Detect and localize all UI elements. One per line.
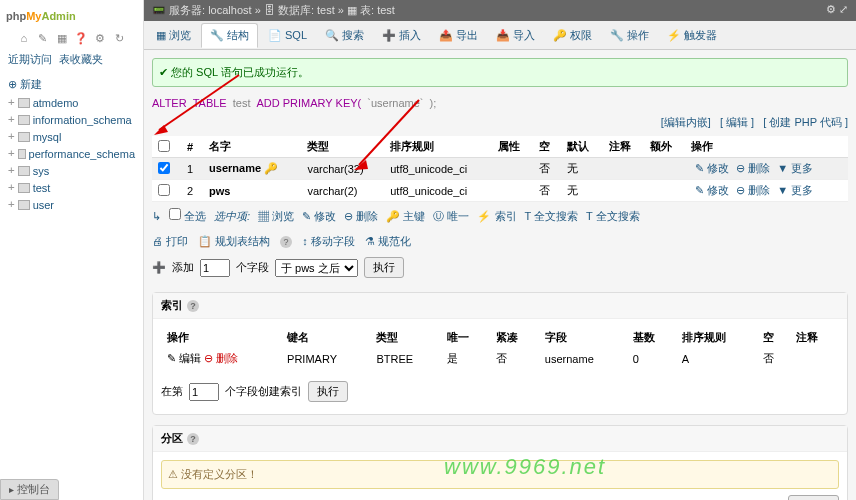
print-link[interactable]: 🖨 打印: [152, 234, 188, 249]
row-checkbox[interactable]: [158, 162, 170, 174]
logout-icon[interactable]: ✎: [36, 32, 50, 46]
tab-search[interactable]: 🔍 搜索: [317, 23, 372, 47]
tabs: ▦ 浏览 🔧 结构 📄 SQL 🔍 搜索 ➕ 插入 📤 导出 📥 导入 🔑 权限…: [144, 21, 856, 50]
col-comment: 注释: [603, 136, 644, 158]
add-count-input[interactable]: [200, 259, 230, 277]
drop-col[interactable]: ⊖ 删除: [736, 162, 770, 174]
edit-col[interactable]: ✎ 修改: [695, 184, 729, 196]
expand-icon[interactable]: +: [8, 130, 15, 143]
bulk-browse[interactable]: ▦ 浏览: [258, 209, 294, 224]
help-icon[interactable]: ?: [187, 433, 199, 445]
breadcrumb: 📟 服务器: localhost » 🗄 数据库: test » ▦ 表: te…: [144, 0, 856, 21]
sql-preview: ALTER TABLE test ADD PRIMARY KEY( `usern…: [152, 93, 848, 113]
partition-button[interactable]: 分区表: [788, 495, 839, 500]
sql-links: [编辑内嵌] [ 编辑 ] [ 创建 PHP 代码 ]: [152, 113, 848, 132]
tab-triggers[interactable]: ⚡ 触发器: [659, 23, 725, 47]
expand-icon[interactable]: +: [8, 198, 15, 211]
db-item[interactable]: +atmdemo: [4, 94, 139, 111]
col-type: 类型: [301, 136, 384, 158]
db-icon: [18, 200, 30, 210]
create-php-link[interactable]: [ 创建 PHP 代码 ]: [763, 116, 848, 128]
idx-go-button[interactable]: 执行: [308, 381, 348, 402]
tab-import[interactable]: 📥 导入: [488, 23, 543, 47]
recent-link[interactable]: 近期访问: [8, 53, 52, 65]
index-table: 操作 键名 类型 唯一 紧凑 字段 基数 排序规则 空 注释 ✎ 编辑 ⊖ 删除…: [161, 327, 839, 369]
checkall[interactable]: 全选: [169, 208, 206, 224]
fullscreen-icon[interactable]: ⤢: [839, 3, 848, 15]
expand-icon[interactable]: +: [8, 181, 15, 194]
tab-structure[interactable]: 🔧 结构: [201, 23, 258, 48]
expand-icon[interactable]: +: [8, 96, 15, 109]
db-icon: [18, 115, 30, 125]
bc-table[interactable]: ▦ 表: test: [347, 4, 395, 16]
help-icon[interactable]: ?: [280, 236, 292, 248]
expand-icon[interactable]: +: [8, 147, 15, 160]
console-toggle[interactable]: ▸ 控制台: [0, 479, 59, 500]
reload-icon[interactable]: ↻: [112, 32, 126, 46]
more-col[interactable]: ▼ 更多: [777, 162, 813, 174]
db-item[interactable]: +performance_schema: [4, 145, 139, 162]
db-item[interactable]: +test: [4, 179, 139, 196]
idx-drop[interactable]: ⊖ 删除: [204, 352, 238, 364]
propose-link[interactable]: 📋 规划表结构: [198, 234, 270, 249]
row-checkbox[interactable]: [158, 184, 170, 196]
table-row: 1 username 🔑 varchar(32) utf8_unicode_ci…: [152, 158, 848, 180]
home-icon[interactable]: ⌂: [17, 32, 31, 46]
db-item[interactable]: +mysql: [4, 128, 139, 145]
expand-icon[interactable]: +: [8, 164, 15, 177]
table-row: 2 pws varchar(2) utf8_unicode_ci 否 无 ✎ 修…: [152, 180, 848, 202]
favorites-link[interactable]: 表收藏夹: [59, 53, 103, 65]
bulk-actions: ↳ 全选 选中项: ▦ 浏览 ✎ 修改 ⊖ 删除 🔑 主键 Ⓤ 唯一 ⚡ 索引 …: [152, 202, 848, 230]
tab-browse[interactable]: ▦ 浏览: [148, 23, 199, 47]
add-where-select[interactable]: 于 pws 之后: [275, 259, 358, 277]
bulk-fulltext[interactable]: T 全文搜索: [525, 209, 579, 224]
watermark: www.9969.net: [444, 454, 606, 480]
add-go-button[interactable]: 执行: [364, 257, 404, 278]
edit-col[interactable]: ✎ 修改: [695, 162, 729, 174]
docs-icon[interactable]: ❓: [74, 32, 88, 46]
col-attr: 属性: [492, 136, 533, 158]
idx-edit[interactable]: ✎ 编辑: [167, 352, 201, 364]
columns-table: # 名字 类型 排序规则 属性 空 默认 注释 额外 操作 1 username…: [152, 136, 848, 202]
sql-icon[interactable]: ▦: [55, 32, 69, 46]
gear-icon[interactable]: ⚙: [826, 3, 836, 15]
db-icon: [18, 166, 30, 176]
tab-export[interactable]: 📤 导出: [431, 23, 486, 47]
bulk-unique[interactable]: Ⓤ 唯一: [433, 209, 469, 224]
col-default: 默认: [561, 136, 602, 158]
bulk-index[interactable]: ⚡ 索引: [477, 209, 516, 224]
new-db[interactable]: ⊕ 新建: [4, 75, 139, 94]
edit-link[interactable]: [ 编辑 ]: [720, 116, 754, 128]
col-action: 操作: [685, 136, 848, 158]
tab-sql[interactable]: 📄 SQL: [260, 23, 315, 47]
bulk-fulltext2[interactable]: T 全文搜索: [586, 209, 640, 224]
bulk-edit[interactable]: ✎ 修改: [302, 209, 336, 224]
db-item[interactable]: +sys: [4, 162, 139, 179]
more-col[interactable]: ▼ 更多: [777, 184, 813, 196]
expand-icon[interactable]: +: [8, 113, 15, 126]
tool-row: 🖨 打印 📋 规划表结构? ↕ 移动字段 ⚗ 规范化: [152, 230, 848, 253]
col-name[interactable]: 名字: [203, 136, 301, 158]
tab-insert[interactable]: ➕ 插入: [374, 23, 429, 47]
db-icon: [18, 149, 26, 159]
help-icon[interactable]: ?: [187, 300, 199, 312]
move-link[interactable]: ↕ 移动字段: [302, 234, 355, 249]
db-item[interactable]: +information_schema: [4, 111, 139, 128]
idx-count-input[interactable]: [189, 383, 219, 401]
index-row: ✎ 编辑 ⊖ 删除 PRIMARY BTREE 是 否 username 0 A…: [161, 348, 839, 369]
bulk-primary[interactable]: 🔑 主键: [386, 209, 425, 224]
bc-db[interactable]: 🗄 数据库: test: [264, 4, 335, 16]
tab-operations[interactable]: 🔧 操作: [602, 23, 657, 47]
bc-server[interactable]: 📟 服务器: localhost: [152, 4, 252, 16]
checkall-header[interactable]: [158, 140, 170, 152]
tab-privileges[interactable]: 🔑 权限: [545, 23, 600, 47]
db-item[interactable]: +user: [4, 196, 139, 213]
edit-inline-link[interactable]: [编辑内嵌]: [661, 116, 711, 128]
add-icon: ➕: [152, 261, 166, 274]
bulk-drop[interactable]: ⊖ 删除: [344, 209, 378, 224]
drop-col[interactable]: ⊖ 删除: [736, 184, 770, 196]
settings-icon[interactable]: ⚙: [93, 32, 107, 46]
db-tree: ⊕ 新建 +atmdemo +information_schema +mysql…: [0, 71, 143, 217]
normalize-link[interactable]: ⚗ 规范化: [365, 234, 411, 249]
col-num[interactable]: #: [181, 136, 203, 158]
